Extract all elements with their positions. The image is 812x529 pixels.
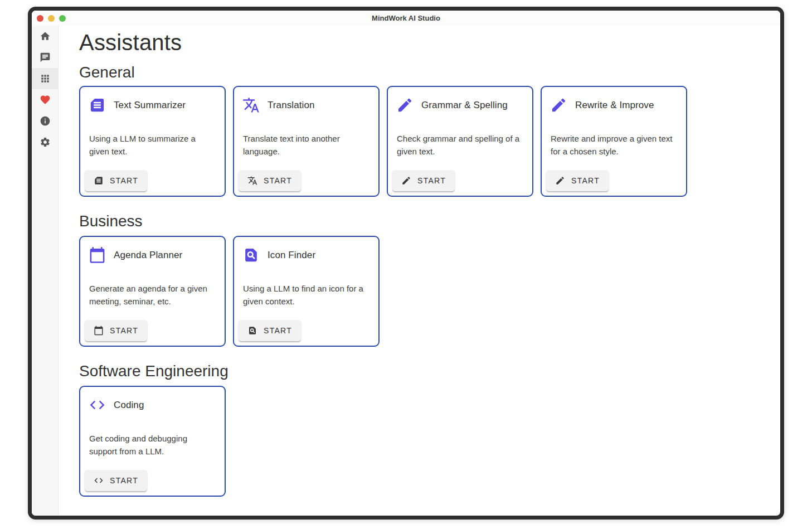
card-row: Text SummarizerUsing a LLM to summarize … bbox=[79, 86, 780, 197]
assistant-card: Agenda PlannerGenerate an agenda for a g… bbox=[79, 236, 226, 347]
translate-icon bbox=[242, 96, 260, 114]
apps-icon bbox=[40, 73, 51, 84]
start-button[interactable]: START bbox=[392, 170, 455, 191]
text-snippet-icon bbox=[89, 96, 106, 114]
card-description: Translate text into another language. bbox=[234, 132, 378, 158]
pencil-icon bbox=[555, 176, 565, 186]
translate-icon bbox=[247, 176, 257, 186]
text-snippet-icon bbox=[94, 176, 104, 186]
start-button[interactable]: START bbox=[239, 320, 301, 341]
assistant-card: Rewrite & ImproveRewrite and improve a g… bbox=[541, 86, 687, 197]
card-header: Text Summarizer bbox=[80, 87, 225, 114]
start-button-label: START bbox=[571, 176, 600, 185]
gear-icon bbox=[40, 137, 51, 148]
sidebar-item-about[interactable] bbox=[32, 110, 59, 132]
assistant-card: Text SummarizerUsing a LLM to summarize … bbox=[79, 86, 226, 197]
translate-icon bbox=[242, 96, 260, 114]
card-header: Translation bbox=[234, 87, 378, 114]
pencil-icon bbox=[550, 96, 567, 114]
icon-search-icon bbox=[247, 326, 257, 336]
window-body: Assistants GeneralText SummarizerUsing a… bbox=[32, 26, 780, 516]
card-title: Coding bbox=[114, 400, 144, 411]
card-actions: START bbox=[239, 320, 301, 341]
card-row: Agenda PlannerGenerate an agenda for a g… bbox=[79, 236, 780, 347]
sidebar-item-home[interactable] bbox=[32, 26, 59, 47]
main-content: Assistants GeneralText SummarizerUsing a… bbox=[59, 26, 780, 516]
titlebar[interactable]: MindWork AI Studio bbox=[32, 11, 780, 26]
maximize-window-button[interactable] bbox=[59, 15, 66, 22]
card-title: Grammar & Spelling bbox=[421, 100, 508, 111]
sidebar-item-settings[interactable] bbox=[32, 132, 59, 153]
section-heading: General bbox=[79, 63, 780, 81]
page-title: Assistants bbox=[79, 30, 780, 56]
section-heading: Business bbox=[79, 212, 780, 230]
heart-icon bbox=[40, 94, 51, 105]
card-title: Translation bbox=[268, 100, 315, 111]
pencil-icon bbox=[396, 96, 414, 114]
sections-container: GeneralText SummarizerUsing a LLM to sum… bbox=[79, 63, 780, 497]
start-button[interactable]: START bbox=[85, 320, 147, 341]
card-actions: START bbox=[85, 170, 147, 191]
pencil-icon bbox=[401, 176, 411, 186]
calendar-icon bbox=[94, 326, 104, 336]
assistant-card: CodingGet coding and debugging support f… bbox=[79, 386, 226, 497]
code-icon bbox=[89, 396, 106, 414]
card-title: Icon Finder bbox=[268, 250, 315, 261]
card-title: Rewrite & Improve bbox=[575, 100, 654, 111]
card-header: Rewrite & Improve bbox=[542, 87, 686, 114]
app-window: MindWork AI Studio Assistants GeneralTex… bbox=[28, 7, 784, 520]
start-button-label: START bbox=[264, 326, 292, 335]
card-actions: START bbox=[392, 170, 455, 191]
code-icon bbox=[94, 475, 104, 486]
card-title: Agenda Planner bbox=[114, 250, 182, 261]
card-description: Check grammar and spelling of a given te… bbox=[388, 132, 532, 158]
sidebar bbox=[32, 26, 59, 516]
sidebar-item-assistants[interactable] bbox=[32, 68, 59, 89]
close-window-button[interactable] bbox=[37, 15, 43, 22]
text-snippet-icon bbox=[89, 96, 106, 114]
sidebar-item-favorites[interactable] bbox=[32, 89, 59, 110]
icon-search-icon bbox=[242, 246, 260, 264]
card-header: Agenda Planner bbox=[80, 237, 225, 264]
text-snippet-icon bbox=[94, 176, 104, 186]
assistant-card: Grammar & SpellingCheck grammar and spel… bbox=[387, 86, 533, 197]
card-description: Using a LLM to find an icon for a given … bbox=[234, 282, 378, 308]
calendar-icon bbox=[94, 326, 104, 336]
card-description: Get coding and debugging support from a … bbox=[80, 432, 225, 458]
section-heading: Software Engineering bbox=[79, 362, 780, 380]
pencil-icon bbox=[401, 176, 411, 186]
translate-icon bbox=[247, 176, 257, 186]
code-icon bbox=[94, 475, 104, 486]
card-actions: START bbox=[546, 170, 609, 191]
start-button[interactable]: START bbox=[85, 470, 147, 491]
icon-search-icon bbox=[247, 326, 257, 336]
start-button-label: START bbox=[110, 326, 138, 335]
card-actions: START bbox=[85, 470, 147, 491]
pencil-icon bbox=[555, 176, 565, 186]
assistant-card: TranslationTranslate text into another l… bbox=[233, 86, 380, 197]
start-button-label: START bbox=[264, 176, 292, 185]
card-description: Rewrite and improve a given text for a c… bbox=[542, 132, 686, 158]
pencil-icon bbox=[396, 96, 414, 114]
minimize-window-button[interactable] bbox=[48, 15, 55, 22]
card-description: Generate an agenda for a given meeting, … bbox=[80, 282, 225, 308]
calendar-icon bbox=[89, 246, 106, 264]
code-icon bbox=[89, 396, 106, 414]
window-title: MindWork AI Studio bbox=[32, 14, 780, 22]
card-header: Grammar & Spelling bbox=[388, 87, 532, 114]
card-header: Icon Finder bbox=[234, 237, 378, 264]
sidebar-item-chats[interactable] bbox=[32, 47, 59, 68]
start-button-label: START bbox=[110, 476, 138, 485]
start-button[interactable]: START bbox=[546, 170, 609, 191]
pencil-icon bbox=[550, 96, 567, 114]
start-button[interactable]: START bbox=[85, 170, 147, 191]
icon-search-icon bbox=[242, 246, 260, 264]
home-icon bbox=[40, 31, 51, 42]
assistant-card: Icon FinderUsing a LLM to find an icon f… bbox=[233, 236, 380, 347]
start-button-label: START bbox=[417, 176, 446, 185]
window-controls bbox=[37, 11, 66, 26]
calendar-icon bbox=[89, 246, 106, 264]
chat-icon bbox=[40, 52, 51, 63]
card-description: Using a LLM to summarize a given text. bbox=[80, 132, 225, 158]
start-button[interactable]: START bbox=[239, 170, 301, 191]
